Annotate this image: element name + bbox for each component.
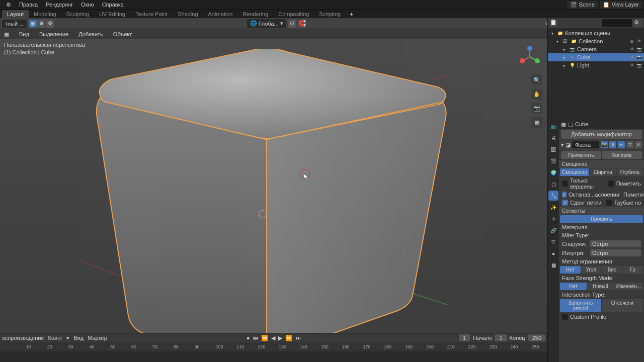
apply-button[interactable]: Применить (561, 151, 601, 159)
outliner-filter-icon[interactable]: ⚙ (634, 19, 642, 27)
outliner-search[interactable] (602, 19, 632, 27)
miter-inner[interactable]: Остро (590, 249, 641, 256)
ortho-icon[interactable]: ▦ (531, 117, 542, 128)
scene-selector[interactable]: 🎬 Scene (567, 1, 598, 9)
menu-select[interactable]: Выделение (37, 31, 70, 37)
prop-tab-render[interactable]: 📺 (548, 121, 558, 131)
viewport-3d[interactable]: Пользовательская перспектива (1) Collect… (0, 39, 547, 333)
tab-animation[interactable]: Animation (203, 10, 238, 18)
prop-tab-material[interactable]: ● (548, 248, 558, 258)
chk-only-verts[interactable] (562, 180, 568, 187)
editor-type-icon[interactable]: ▦ (2, 31, 11, 38)
prop-tab-world[interactable]: 🌍 (548, 167, 558, 177)
prop-tab-constraint[interactable]: 🔗 (548, 225, 558, 235)
tab-sculpting[interactable]: Sculpting (61, 10, 94, 18)
menu-help[interactable]: Справка (98, 2, 128, 8)
tab-uv[interactable]: UV Editing (94, 10, 130, 18)
profile-field[interactable]: Профиль (560, 215, 643, 223)
end-frame[interactable]: 250 (528, 334, 545, 341)
jump-end-icon[interactable]: ⏭ (294, 335, 302, 341)
tl-menu-keying[interactable]: Кеинг (48, 335, 62, 341)
offset-tab-width[interactable]: Ширина (590, 168, 616, 176)
next-key-icon[interactable]: ⏩ (284, 335, 293, 341)
menu-render[interactable]: Рендеринг (42, 2, 77, 8)
cursor-tool-icon[interactable]: ⊕ (37, 20, 45, 28)
modifier-name-input[interactable]: Фаска (572, 141, 599, 148)
autokey-icon[interactable]: ● (246, 335, 251, 341)
prop-tab-output[interactable]: 🖨 (548, 133, 558, 143)
snap-icon[interactable]: 🧲 (298, 20, 306, 28)
viewlayer-selector[interactable]: 📋 View Layer (600, 1, 642, 9)
limit-vg[interactable]: Гр (623, 266, 643, 274)
tab-compositing[interactable]: Compositing (273, 10, 314, 18)
add-workspace[interactable]: + (346, 11, 357, 17)
current-frame[interactable]: 1 (459, 334, 470, 341)
tl-menu-marker[interactable]: Маркер (88, 335, 107, 341)
jump-start-icon[interactable]: ⏮ (252, 335, 259, 341)
blender-icon[interactable]: ⚙ (2, 2, 15, 8)
prop-tab-mesh[interactable]: ▽ (548, 237, 558, 247)
outliner-mode-icon[interactable]: 📋 (550, 19, 558, 27)
fs-affected[interactable]: Изменён... (614, 283, 643, 290)
chk-clamp[interactable]: ✓ (562, 192, 567, 198)
prop-tab-object[interactable]: ▢ (548, 179, 558, 189)
mod-display-render[interactable]: 📷 (601, 141, 608, 148)
menu-object[interactable]: Объект (111, 31, 134, 37)
prop-tab-particle[interactable]: ✨ (548, 202, 558, 212)
limit-weight[interactable]: Вес (602, 266, 622, 274)
timeline-ruler[interactable]: 1020304050607080901001101201301401501601… (0, 342, 547, 351)
tl-menu-view[interactable]: Вид (73, 335, 84, 341)
orientation-dropdown[interactable]: 🌐 Глоба... ▾ (247, 19, 286, 28)
play-reverse-icon[interactable]: ◀ (270, 335, 276, 341)
prop-tab-physics[interactable]: ⚛ (548, 214, 558, 224)
prev-key-icon[interactable]: ⏪ (260, 335, 269, 341)
tree-camera[interactable]: ▸📷Camera 👁📷 (548, 45, 644, 53)
camera-icon[interactable]: 📷 (531, 103, 542, 114)
mod-display-cage[interactable]: ▽ (626, 141, 633, 148)
chk-custom-profile[interactable] (562, 314, 568, 320)
tab-shading[interactable]: Shading (173, 10, 203, 18)
tree-scene-collection[interactable]: ▾📁Коллекция сцены (548, 29, 644, 37)
zoom-icon[interactable]: 🔍 (531, 74, 542, 85)
menu-view[interactable]: Вид (17, 31, 31, 37)
prop-tab-modifier[interactable]: 🔧 (548, 191, 558, 201)
prop-tab-texture[interactable]: ▦ (548, 260, 558, 270)
fs-new[interactable]: Новый (587, 283, 614, 290)
mode-dropdown[interactable]: тный ... (2, 20, 27, 28)
tab-layout[interactable]: Layout (2, 10, 29, 18)
offset-tab-depth[interactable]: Глубина (617, 168, 643, 176)
tab-scripting[interactable]: Scripting (314, 10, 346, 18)
menu-add[interactable]: Добавить (76, 31, 105, 37)
prop-tab-scene[interactable]: 🎬 (548, 156, 558, 166)
select-box-icon[interactable]: ▦ (29, 20, 37, 28)
tree-cube[interactable]: ▸▽Cube 👁📷 (548, 53, 644, 61)
mod-display-viewport[interactable]: 🖥 (609, 141, 616, 148)
tree-collection[interactable]: ▾☑📁Collection ◉👁 (548, 37, 644, 45)
tab-rendering[interactable]: Rendering (237, 10, 273, 18)
int-cutoff[interactable]: Отсечени (602, 299, 643, 312)
navigation-gizmo[interactable] (517, 44, 542, 69)
offset-tab-offset[interactable]: Смещение (560, 168, 589, 176)
miter-outer[interactable]: Остро (590, 240, 641, 247)
limit-none[interactable]: Нет (560, 266, 581, 274)
start-frame[interactable]: 1 (495, 334, 506, 341)
move-tool-icon[interactable]: ✥ (46, 20, 54, 28)
pan-icon[interactable]: ✋ (531, 88, 542, 100)
pivot-icon[interactable]: ⊙ (288, 20, 296, 28)
tab-modeling[interactable]: Modeling (29, 10, 61, 18)
fs-none[interactable]: Нет (560, 283, 587, 290)
mod-display-edit[interactable]: ✏ (618, 141, 625, 148)
chk-loop-slide[interactable]: ✓ (562, 200, 568, 206)
menu-window[interactable]: Окно (77, 2, 98, 8)
copy-button[interactable]: Копиров (602, 151, 642, 159)
mod-delete[interactable]: ✕ (635, 141, 642, 148)
tl-menu-playback[interactable]: оспроизведение (2, 335, 44, 341)
limit-angle[interactable]: Угол (581, 266, 602, 274)
prop-tab-viewlayer[interactable]: 🖼 (548, 144, 558, 154)
add-modifier-button[interactable]: Добавить модификатор (561, 130, 642, 139)
menu-edit[interactable]: Правка (15, 2, 42, 8)
tab-texture[interactable]: Texture Paint (130, 10, 173, 18)
play-icon[interactable]: ▶ (277, 335, 283, 341)
tree-light[interactable]: ▸💡Light 👁📷 (548, 61, 644, 69)
int-grid[interactable]: Заполнить сеткой (560, 299, 601, 312)
